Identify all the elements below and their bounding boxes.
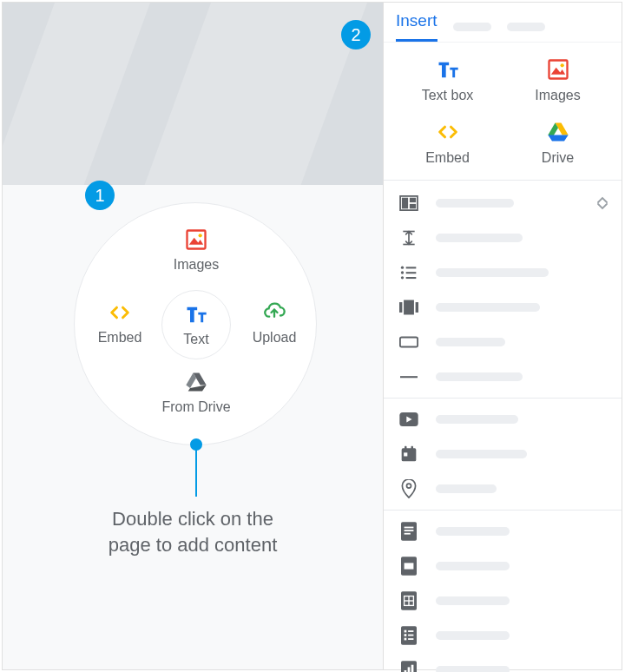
svg-rect-52 — [408, 638, 413, 640]
list-item-label-placeholder — [436, 372, 523, 381]
map-icon — [398, 479, 420, 498]
svg-point-22 — [401, 276, 404, 279]
radial-insert-menu: Images Upload From Drive Embed — [74, 202, 317, 445]
radial-images-label: Images — [174, 257, 219, 273]
list-item-label-placeholder — [436, 450, 527, 458]
insert-drive-label: Drive — [542, 150, 574, 166]
svg-point-2 — [199, 234, 202, 237]
annotation-marker-2: 2 — [341, 20, 371, 49]
svg-rect-49 — [405, 634, 407, 636]
svg-point-18 — [401, 267, 404, 269]
svg-rect-31 — [402, 448, 417, 461]
tab-insert[interactable]: Insert — [396, 11, 438, 42]
insert-textbox-tile[interactable]: Text box — [392, 56, 503, 103]
insert-list-item-forms[interactable] — [384, 618, 622, 653]
images-icon — [184, 226, 208, 254]
radial-text-button[interactable]: Text — [161, 300, 231, 347]
svg-rect-24 — [399, 302, 402, 313]
collapsible-icon — [398, 228, 420, 247]
svg-point-35 — [406, 484, 411, 488]
docs-icon — [398, 522, 420, 541]
svg-rect-32 — [404, 452, 407, 456]
insert-list-item-button[interactable] — [384, 325, 622, 359]
svg-marker-1 — [189, 238, 203, 245]
radial-from-drive-button[interactable]: From Drive — [153, 368, 240, 415]
list-item-label-placeholder — [436, 415, 518, 424]
list-item-label-placeholder — [436, 527, 510, 536]
radial-text-label: Text — [183, 332, 208, 347]
svg-rect-39 — [405, 533, 411, 535]
insert-embed-tile[interactable]: Embed — [392, 119, 503, 166]
insert-list-item-map[interactable] — [384, 471, 622, 506]
svg-rect-14 — [410, 198, 416, 202]
images-icon — [546, 56, 570, 82]
svg-rect-55 — [408, 667, 411, 672]
svg-marker-7 — [550, 68, 564, 75]
svg-point-8 — [560, 63, 563, 67]
insert-list-item-sheets[interactable] — [384, 583, 622, 618]
insert-side-panel: Insert Text box Images Embed — [383, 3, 622, 669]
list-item-label-placeholder — [436, 199, 514, 208]
charts-icon — [398, 661, 420, 672]
canvas-area[interactable]: 2 1 Images Upload From Drive — [3, 3, 383, 669]
insert-list-item-charts[interactable] — [384, 653, 622, 672]
svg-rect-51 — [405, 638, 407, 641]
insert-drive-tile[interactable]: Drive — [503, 119, 613, 166]
youtube-icon — [398, 410, 420, 429]
list-item-label-placeholder — [436, 338, 505, 346]
list-item-label-placeholder — [436, 484, 497, 493]
svg-rect-25 — [404, 300, 414, 315]
insert-list-item-docs[interactable] — [384, 514, 622, 549]
button-icon — [398, 333, 420, 352]
insert-images-tile[interactable]: Images — [503, 56, 613, 103]
svg-rect-26 — [416, 302, 418, 313]
radial-embed-label: Embed — [98, 330, 142, 346]
svg-rect-47 — [405, 630, 407, 633]
radial-images-button[interactable]: Images — [161, 226, 231, 273]
svg-rect-48 — [408, 630, 413, 632]
slides-icon — [398, 557, 420, 576]
tab-placeholder[interactable] — [453, 23, 491, 31]
svg-rect-28 — [400, 376, 418, 378]
svg-rect-33 — [405, 446, 407, 451]
page-banner — [3, 3, 383, 185]
list-item-label-placeholder — [436, 562, 510, 570]
svg-rect-27 — [400, 338, 418, 347]
insert-list-item-collapsible[interactable] — [384, 221, 622, 255]
list-item-label-placeholder — [436, 234, 523, 242]
insert-list-item-slides[interactable] — [384, 549, 622, 583]
insert-list-item-toc[interactable] — [384, 255, 622, 290]
list-item-label-placeholder — [436, 268, 549, 277]
radial-upload-button[interactable]: Upload — [240, 299, 309, 346]
forms-icon — [398, 626, 420, 645]
callout-pointer-line — [195, 445, 197, 497]
radial-from-drive-label: From Drive — [161, 399, 230, 415]
drive-icon — [546, 119, 570, 145]
insert-list-item-calendar[interactable] — [384, 437, 622, 471]
embed-icon — [108, 299, 132, 326]
text-icon — [436, 56, 460, 82]
svg-rect-50 — [408, 635, 413, 636]
stepper-control[interactable] — [597, 196, 608, 210]
insert-textbox-label: Text box — [422, 88, 474, 103]
svg-rect-6 — [549, 61, 567, 79]
list-item-label-placeholder — [436, 303, 540, 312]
radial-upload-label: Upload — [253, 330, 297, 346]
list-item-label-placeholder — [436, 666, 510, 672]
insert-list-item-carousel[interactable] — [384, 290, 622, 325]
tab-placeholder[interactable] — [507, 23, 545, 31]
insert-embed-label: Embed — [425, 150, 470, 166]
panel-tabs: Insert — [384, 3, 622, 43]
calendar-icon — [398, 445, 420, 464]
radial-embed-button[interactable]: Embed — [85, 299, 155, 346]
text-icon — [184, 300, 208, 328]
list-item-label-placeholder — [436, 631, 510, 640]
layout-icon — [398, 194, 420, 213]
sheets-icon — [398, 591, 420, 610]
svg-marker-11 — [548, 135, 568, 142]
insert-list-item-youtube[interactable] — [384, 402, 622, 437]
insert-list-item-divider[interactable] — [384, 359, 622, 394]
insert-list-item-layout[interactable] — [384, 186, 622, 221]
svg-rect-38 — [405, 530, 414, 531]
upload-icon — [262, 299, 286, 326]
